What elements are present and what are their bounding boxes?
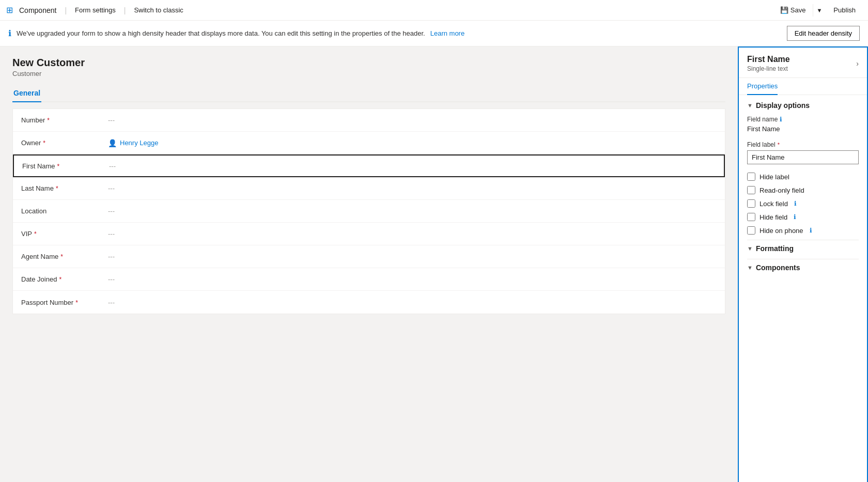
field-label-datejoined: Date Joined* — [21, 275, 104, 283]
table-row[interactable]: Location --- — [13, 200, 725, 223]
required-indicator: * — [43, 139, 45, 147]
panel-field-type: Single-line text — [747, 65, 790, 72]
hide-on-phone-info-icon[interactable]: ℹ — [810, 227, 812, 234]
hide-on-phone-text: Hide on phone — [760, 227, 803, 235]
hide-field-info-icon[interactable]: ℹ — [794, 213, 796, 221]
main-layout: New Customer Customer General Number* --… — [0, 46, 868, 482]
field-label-label: Field label * — [747, 141, 859, 148]
display-options-title: Display options — [756, 101, 810, 110]
topbar-left: ⊞ Component | Form settings | Switch to … — [6, 5, 183, 15]
save-icon: 💾 — [780, 6, 788, 14]
lock-field-text: Lock field — [760, 200, 788, 208]
save-label: Save — [791, 6, 806, 14]
required-indicator: * — [34, 230, 37, 238]
display-options-section-header[interactable]: ▼ Display options — [747, 101, 859, 110]
field-value-datejoined: --- — [104, 275, 717, 283]
components-title: Components — [756, 263, 800, 272]
panel-body: ▼ Display options Field name ℹ First Nam… — [739, 95, 867, 482]
chevron-down-icon-formatting: ▼ — [747, 245, 753, 252]
table-row[interactable]: Passport Number* --- — [13, 291, 725, 314]
form-area: New Customer Customer General Number* --… — [0, 46, 738, 482]
readonly-field-text: Read-only field — [760, 186, 804, 194]
required-indicator: * — [57, 163, 60, 170]
field-value-agentname: --- — [104, 253, 717, 260]
edit-header-button[interactable]: Edit header density — [787, 26, 860, 41]
field-value-number: --- — [104, 116, 717, 124]
field-label-passportnumber: Passport Number* — [21, 299, 104, 306]
field-label-number: Number* — [21, 116, 104, 124]
chevron-down-icon: ▼ — [747, 102, 753, 108]
hide-label-option: Hide label — [747, 173, 859, 181]
hide-field-checkbox[interactable] — [747, 213, 755, 221]
field-label-input[interactable] — [747, 150, 859, 164]
form-tabs: General — [12, 85, 725, 102]
field-label-vip: VIP* — [21, 230, 104, 238]
field-value-location: --- — [104, 207, 717, 215]
lock-field-option: Lock field ℹ — [747, 199, 859, 208]
required-indicator: * — [56, 185, 58, 192]
hide-field-option: Hide field ℹ — [747, 213, 859, 221]
field-value-owner: 👤 Henry Legge — [104, 139, 717, 147]
hide-label-text: Hide label — [760, 173, 789, 181]
save-button[interactable]: 💾 Save — [775, 3, 811, 17]
form-table: Number* --- Owner* 👤 Henry Legge First N… — [12, 108, 725, 314]
right-panel: First Name Single-line text › Properties… — [738, 46, 868, 482]
panel-close-chevron[interactable]: › — [856, 59, 859, 68]
banner: ℹ We've upgraded your form to show a hig… — [0, 21, 868, 46]
hide-on-phone-checkbox[interactable] — [747, 226, 755, 235]
required-indicator: * — [59, 276, 61, 283]
info-icon: ℹ — [8, 28, 11, 38]
components-section: ▼ Components — [747, 259, 859, 276]
panel-tabs: Properties — [739, 78, 867, 95]
required-indicator: * — [47, 117, 50, 124]
form-subtitle: Customer — [12, 70, 725, 77]
publish-button[interactable]: Publish — [827, 3, 862, 17]
field-label-location: Location — [21, 207, 104, 215]
formatting-title: Formatting — [756, 244, 794, 253]
table-row[interactable]: Number* --- — [13, 109, 725, 132]
lock-field-checkbox[interactable] — [747, 199, 755, 208]
table-row[interactable]: VIP* --- — [13, 223, 725, 245]
required-indicator: * — [60, 253, 63, 260]
field-value-lastname: --- — [104, 184, 717, 192]
topbar: ⊞ Component | Form settings | Switch to … — [0, 0, 868, 21]
learn-more-link[interactable]: Learn more — [430, 29, 464, 37]
table-row[interactable]: First Name* --- — [13, 154, 725, 177]
formatting-section: ▼ Formatting — [747, 240, 859, 257]
read-only-checkbox[interactable] — [747, 186, 755, 194]
components-section-header[interactable]: ▼ Components — [747, 259, 859, 276]
field-label-firstname: First Name* — [22, 162, 105, 170]
separator2: | — [124, 6, 126, 14]
person-icon: 👤 — [108, 139, 117, 147]
readonly-field-option: Read-only field — [747, 186, 859, 194]
banner-message: We've upgraded your form to show a high … — [17, 29, 425, 37]
field-value-passportnumber: --- — [104, 299, 717, 306]
form-settings-link[interactable]: Form settings — [75, 6, 116, 14]
tab-general[interactable]: General — [12, 85, 41, 102]
tab-properties[interactable]: Properties — [747, 78, 778, 95]
switch-classic-link[interactable]: Switch to classic — [134, 6, 183, 14]
hide-label-checkbox[interactable] — [747, 173, 755, 181]
component-icon: ⊞ — [6, 5, 13, 15]
component-label: Component — [19, 6, 56, 14]
table-row[interactable]: Owner* 👤 Henry Legge — [13, 132, 725, 154]
save-dropdown-button[interactable]: ▼ — [813, 4, 825, 17]
chevron-down-icon-components: ▼ — [747, 265, 753, 271]
table-row[interactable]: Last Name* --- — [13, 177, 725, 200]
field-value-vip: --- — [104, 230, 717, 238]
panel-field-name: First Name — [747, 55, 790, 64]
topbar-right: 💾 Save ▼ Publish — [775, 3, 862, 17]
field-label-owner: Owner* — [21, 139, 104, 147]
lock-field-info-icon[interactable]: ℹ — [794, 200, 797, 207]
formatting-section-header[interactable]: ▼ Formatting — [747, 240, 859, 257]
field-label-group: Field label * — [747, 141, 859, 164]
table-row[interactable]: Date Joined* --- — [13, 268, 725, 291]
required-star: * — [778, 142, 780, 148]
field-name-info-icon[interactable]: ℹ — [780, 116, 782, 123]
field-label-lastname: Last Name* — [21, 184, 104, 192]
field-value-firstname: --- — [105, 162, 716, 170]
panel-title-block: First Name Single-line text — [747, 55, 790, 72]
table-row[interactable]: Agent Name* --- — [13, 245, 725, 268]
field-name-value: First Name — [747, 125, 859, 133]
hide-on-phone-option: Hide on phone ℹ — [747, 226, 859, 235]
